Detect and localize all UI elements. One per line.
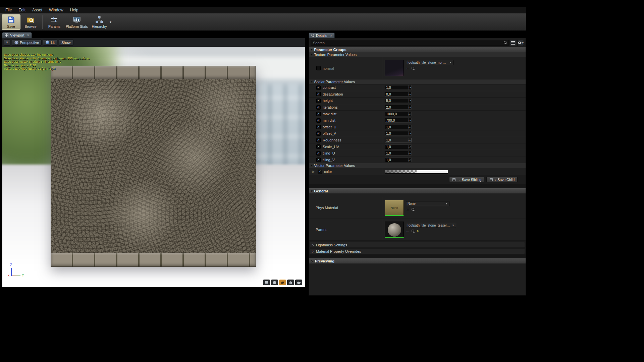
- param-checkbox[interactable]: [316, 125, 321, 129]
- viewport-options-button[interactable]: ▼: [4, 40, 10, 46]
- expander-arrow-icon[interactable]: ▷: [312, 170, 316, 173]
- param-value-input[interactable]: [385, 112, 408, 116]
- param-checkbox[interactable]: [316, 151, 321, 156]
- browse-button[interactable]: Browse: [21, 14, 40, 30]
- phys-material-thumbnail[interactable]: None: [385, 200, 404, 216]
- hierarchy-button[interactable]: Hierarchy: [90, 14, 109, 30]
- param-value-box: ▲▼: [385, 144, 412, 149]
- plane-preview-button-selected[interactable]: [279, 280, 286, 285]
- param-checkbox[interactable]: [316, 158, 321, 162]
- previewing-header-label: Previewing: [315, 259, 334, 263]
- close-icon[interactable]: ×: [330, 34, 332, 38]
- lightmass-settings-row[interactable]: ▷ Lightmass Settings: [310, 242, 525, 248]
- material-property-overrides-row[interactable]: ▷ Material Property Overrides: [310, 248, 525, 254]
- param-label: offset_V: [323, 131, 336, 135]
- spinner-icon[interactable]: ▲▼: [408, 145, 411, 149]
- browse-to-asset-icon[interactable]: [412, 230, 415, 233]
- close-icon[interactable]: ×: [27, 33, 29, 37]
- normal-texture-thumbnail[interactable]: [385, 60, 404, 76]
- teapot-preview-button[interactable]: [295, 280, 302, 285]
- spinner-icon[interactable]: ▲▼: [408, 131, 411, 135]
- use-selected-asset-icon[interactable]: ←: [406, 207, 410, 211]
- color-param-checkbox[interactable]: [318, 170, 322, 174]
- browse-to-asset-icon[interactable]: [412, 67, 415, 70]
- spinner-icon[interactable]: ▲▼: [408, 85, 411, 89]
- menu-edit[interactable]: Edit: [15, 7, 29, 13]
- scalar-parameter-values-header[interactable]: ▾ Scalar Parameter Values: [309, 79, 526, 84]
- vector-parameter-values-header[interactable]: ▾ Vector Parameter Values: [309, 163, 526, 168]
- normal-param-checkbox[interactable]: [316, 66, 321, 70]
- hierarchy-dropdown-icon[interactable]: ▾: [110, 20, 111, 24]
- param-value-input[interactable]: [385, 131, 408, 135]
- reset-to-default-icon[interactable]: ↻: [417, 229, 419, 233]
- params-button[interactable]: Params: [45, 14, 64, 30]
- lit-button[interactable]: Lit: [43, 40, 57, 46]
- normal-texture-combo[interactable]: footpath_tile_stone_normal ▼: [406, 60, 453, 65]
- spinner-icon[interactable]: ▲▼: [408, 151, 411, 155]
- save-sibling-button[interactable]: → Save Sibling: [449, 177, 484, 182]
- parent-combo[interactable]: footpath_tile_stone_tessellation ▼: [406, 223, 456, 228]
- param-value-input[interactable]: [385, 138, 408, 142]
- save-button[interactable]: Save: [2, 14, 20, 30]
- platform-stats-button[interactable]: Platform Stats: [64, 14, 89, 30]
- perspective-button[interactable]: Perspective: [12, 40, 42, 46]
- param-value-input[interactable]: [385, 92, 408, 96]
- spinner-icon[interactable]: ▲▼: [408, 125, 411, 129]
- spinner-icon[interactable]: ▲▼: [408, 99, 411, 103]
- menu-window[interactable]: Window: [46, 7, 67, 13]
- param-label: max dist: [323, 112, 336, 116]
- details-tab[interactable]: Details ×: [309, 33, 335, 38]
- spinner-icon[interactable]: ▲▼: [408, 92, 411, 96]
- spinner-icon[interactable]: ▲▼: [408, 105, 411, 109]
- param-value-input[interactable]: [385, 158, 408, 162]
- param-value-input[interactable]: [385, 85, 408, 89]
- menu-help[interactable]: Help: [67, 7, 82, 13]
- visibility-filter-button[interactable]: ▾: [517, 40, 524, 46]
- param-value-input[interactable]: [385, 99, 408, 103]
- param-value-input[interactable]: [385, 145, 408, 149]
- param-value-input[interactable]: [385, 118, 408, 122]
- material-preview-mesh[interactable]: [51, 66, 256, 267]
- parent-material-thumbnail[interactable]: [385, 222, 404, 238]
- texture-parameter-values-header[interactable]: ▾ Texture Parameter Values: [309, 52, 526, 57]
- scalar-param-row: contrast ▲▼: [309, 84, 526, 91]
- general-header[interactable]: ▾ General: [309, 188, 526, 194]
- show-button[interactable]: Show: [59, 40, 73, 46]
- param-value-input[interactable]: [385, 151, 408, 155]
- param-checkbox[interactable]: [316, 99, 321, 103]
- use-selected-asset-icon[interactable]: ←: [406, 66, 410, 70]
- use-selected-asset-icon[interactable]: ←: [406, 229, 410, 233]
- param-checkbox[interactable]: [316, 112, 321, 116]
- spinner-icon[interactable]: ▲▼: [408, 118, 411, 122]
- cylinder-preview-button[interactable]: [263, 280, 270, 285]
- menu-asset[interactable]: Asset: [29, 7, 46, 13]
- param-checkbox[interactable]: [316, 105, 321, 110]
- color-swatch[interactable]: [385, 170, 448, 174]
- param-checkbox[interactable]: [316, 144, 321, 149]
- param-checkbox[interactable]: [316, 131, 321, 136]
- spinner-icon[interactable]: ▲▼: [408, 158, 411, 162]
- param-checkbox[interactable]: [316, 118, 321, 123]
- param-checkbox[interactable]: [316, 138, 321, 142]
- phys-material-combo[interactable]: None ▼: [406, 201, 449, 206]
- spinner-icon[interactable]: ▲▼: [408, 138, 411, 142]
- view-options-button[interactable]: [509, 40, 516, 46]
- previewing-header[interactable]: ▷ Previewing: [309, 258, 526, 264]
- save-child-button[interactable]: ↓ Save Child: [486, 177, 518, 182]
- spinner-icon[interactable]: ▲▼: [408, 112, 411, 116]
- sphere-preview-button[interactable]: [271, 280, 278, 285]
- param-checkbox[interactable]: [316, 85, 321, 90]
- param-checkbox[interactable]: [316, 92, 321, 96]
- browse-icon: [26, 16, 35, 24]
- param-value-input[interactable]: [385, 105, 408, 109]
- menu-file[interactable]: File: [2, 7, 15, 13]
- parameter-groups-header[interactable]: ▾ Parameter Groups: [309, 47, 526, 52]
- save-child-label: Save Child: [497, 178, 515, 182]
- param-value-input[interactable]: [385, 125, 408, 129]
- browse-to-asset-icon[interactable]: [412, 208, 415, 211]
- viewport-canvas[interactable]: Base pass shader: 124 instructions Base …: [2, 47, 305, 287]
- cube-preview-button[interactable]: [287, 280, 294, 285]
- axis-gizmo: Z x Y: [8, 264, 31, 280]
- viewport-tab[interactable]: Viewport ×: [2, 32, 32, 38]
- search-input[interactable]: [311, 40, 508, 46]
